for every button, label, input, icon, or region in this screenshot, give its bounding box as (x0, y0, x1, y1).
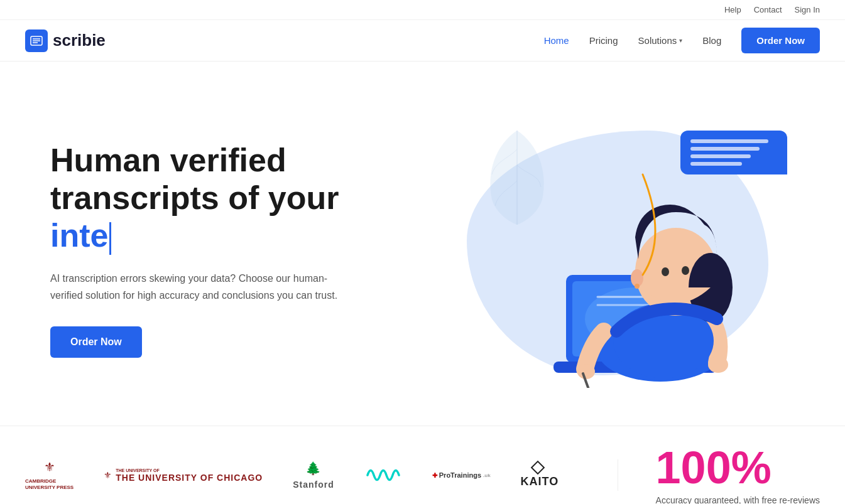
stat-number: 100% (656, 445, 820, 490)
protrainings-logo: ✚ ProTrainings .uk (432, 471, 491, 479)
logo-icon (25, 29, 48, 52)
svg-point-21 (635, 284, 640, 289)
nav-order-now-button[interactable]: Order Now (741, 28, 820, 53)
illustration-container (429, 112, 793, 388)
hero-illustration (402, 112, 820, 388)
svg-point-18 (662, 267, 669, 276)
nav-pricing[interactable]: Pricing (589, 35, 618, 46)
bottom-section: ⚜ CAMBRIDGE UNIVERSITY PRESS ⚜ THE UNIVE… (0, 426, 845, 504)
stanford-logo: 🌲 Stanford (293, 461, 334, 490)
stanford-crest-icon: 🌲 (305, 461, 321, 476)
chicago-logo: ⚜ THE UNIVERSITY OF The University of Ch… (104, 468, 263, 483)
person-illustration (516, 149, 755, 388)
chicago-crest-icon: ⚜ (104, 470, 112, 480)
svg-point-14 (708, 357, 728, 373)
hero-order-now-button[interactable]: Order Now (50, 326, 142, 358)
typed-text: inte (50, 217, 108, 254)
svg-point-12 (577, 364, 595, 379)
cambridge-text: CAMBRIDGE UNIVERSITY PRESS (25, 478, 74, 490)
cambridge-logo: ⚜ CAMBRIDGE UNIVERSITY PRESS (25, 459, 74, 490)
hero-section: Human verified transcripts of your inte … (0, 62, 845, 426)
cambridge-crest-icon: ⚜ (44, 459, 55, 475)
nav-blog[interactable]: Blog (702, 35, 721, 46)
top-bar: Help Contact Sign In (0, 0, 845, 20)
nav-solutions[interactable]: Solutions ▾ (638, 35, 683, 46)
svg-point-19 (682, 266, 689, 275)
wavy-icon (364, 463, 402, 488)
chicago-text-top: THE UNIVERSITY OF (116, 468, 263, 473)
contact-link[interactable]: Contact (754, 5, 782, 14)
signin-link[interactable]: Sign In (795, 5, 820, 14)
wavy-brand-logo (364, 463, 402, 488)
nav-links: Home Pricing Solutions ▾ Blog Order Now (544, 28, 820, 53)
kaito-logo: KAITO (521, 463, 559, 488)
chat-line-1 (690, 139, 768, 143)
hero-title: Human verified transcripts of your inte (50, 142, 402, 254)
cursor (109, 222, 111, 255)
kaito-text: KAITO (521, 475, 559, 488)
logo[interactable]: scribie (25, 29, 106, 52)
logos-area: ⚜ CAMBRIDGE UNIVERSITY PRESS ⚜ THE UNIVE… (25, 459, 618, 490)
stanford-text: Stanford (293, 480, 334, 490)
kaito-diamond-icon (531, 460, 545, 475)
hero-content: Human verified transcripts of your inte … (50, 142, 402, 358)
chevron-down-icon: ▾ (679, 37, 682, 44)
nav-home[interactable]: Home (544, 35, 569, 46)
logo-text: scribie (53, 31, 106, 50)
stat-description: Accuracy guaranteed, with free re-review… (656, 495, 820, 504)
hero-description: AI transcription errors skewing your dat… (50, 270, 352, 304)
protrainings-icon: ✚ (432, 472, 437, 479)
chicago-text-main: The University of Chicago (116, 473, 263, 483)
navbar: scribie Home Pricing Solutions ▾ Blog Or… (0, 20, 845, 62)
stat-area: 100% Accuracy guaranteed, with free re-r… (618, 445, 820, 504)
help-link[interactable]: Help (724, 5, 741, 14)
